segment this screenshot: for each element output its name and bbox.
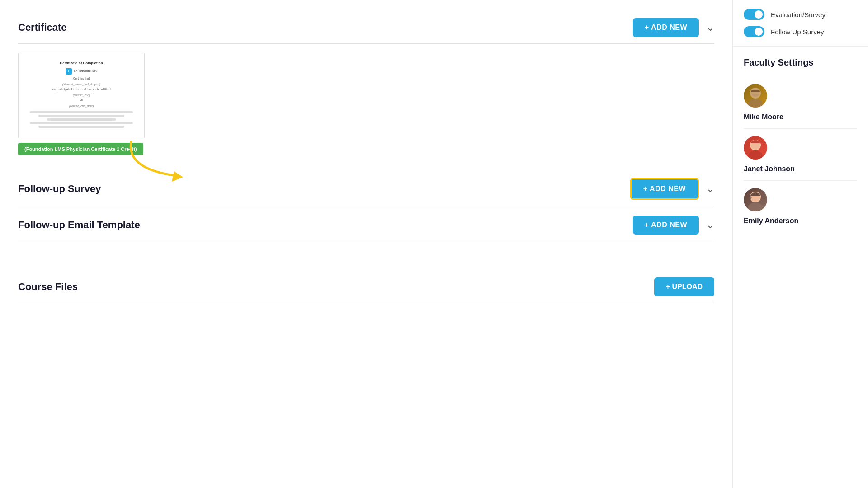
evaluation-survey-label: Evaluation/Survey xyxy=(771,11,826,19)
cert-tag: (Foundation LMS Physician Certificate 1 … xyxy=(18,143,143,155)
followup-email-header: Follow-up Email Template + ADD NEW ⌄ xyxy=(18,206,714,241)
followup-survey-slider xyxy=(744,26,764,37)
svg-point-3 xyxy=(748,99,763,108)
followup-survey-label: Follow Up Survey xyxy=(771,28,824,36)
cert-student-field: {student_name_and_degree} xyxy=(24,82,139,87)
followup-survey-section: Follow-up Survey + ADD NEW ⌄ xyxy=(18,169,714,206)
certificate-section: Certificate + ADD NEW ⌄ Certificate of C… xyxy=(18,9,714,169)
cert-date-label: on xyxy=(24,98,139,102)
evaluation-survey-toggle[interactable] xyxy=(744,9,764,20)
cert-line-4 xyxy=(30,122,133,124)
cert-line-2 xyxy=(38,115,125,117)
followup-email-chevron-icon[interactable]: ⌄ xyxy=(706,219,714,231)
followup-survey-toggle[interactable] xyxy=(744,26,764,37)
avatar-mike-moore-img xyxy=(744,84,767,108)
cert-course-date: {course_end_date} xyxy=(24,104,139,108)
followup-survey-chevron-icon[interactable]: ⌄ xyxy=(706,183,714,195)
avatar-emily-anderson-img xyxy=(744,188,767,211)
faculty-settings-title: Faculty Settings xyxy=(744,57,857,68)
evaluation-survey-toggle-row: Evaluation/Survey xyxy=(744,9,857,20)
faculty-card-janet-johnson: Janet Johnson xyxy=(744,129,857,181)
course-files-header: Course Files + UPLOAD xyxy=(18,268,714,303)
faculty-settings: Faculty Settings Mike Moore xyxy=(733,47,868,243)
avatar-emily-anderson xyxy=(744,188,767,211)
sidebar-toggles: Evaluation/Survey Follow Up Survey xyxy=(733,0,868,47)
cert-title: Certificate of Completion xyxy=(24,61,139,66)
cert-logo-box: F xyxy=(66,68,72,75)
certificate-chevron-icon[interactable]: ⌄ xyxy=(706,22,714,33)
followup-survey-title: Follow-up Survey xyxy=(18,183,101,195)
faculty-name-emily-anderson: Emily Anderson xyxy=(744,217,798,225)
followup-email-title: Follow-up Email Template xyxy=(18,219,140,231)
certificate-title: Certificate xyxy=(18,22,67,33)
followup-survey-header-right: + ADD NEW ⌄ xyxy=(630,178,714,200)
course-files-upload-button[interactable]: + UPLOAD xyxy=(654,277,714,296)
followup-email-add-new-button[interactable]: + ADD NEW xyxy=(633,216,699,235)
faculty-card-mike-moore: Mike Moore xyxy=(744,77,857,129)
svg-point-8 xyxy=(748,150,763,160)
course-files-header-right: + UPLOAD xyxy=(654,277,714,296)
cert-course-title: {course_title} xyxy=(24,93,139,98)
svg-point-12 xyxy=(748,202,763,211)
sidebar: Evaluation/Survey Follow Up Survey Facul… xyxy=(732,0,868,488)
cert-line-1 xyxy=(30,111,133,113)
main-content: Certificate + ADD NEW ⌄ Certificate of C… xyxy=(0,0,732,488)
certificate-preview: Certificate of Completion F Foundation L… xyxy=(18,53,145,138)
certificate-header: Certificate + ADD NEW ⌄ xyxy=(18,9,714,44)
certificate-content: Certificate of Completion F Foundation L… xyxy=(18,44,714,169)
svg-rect-5 xyxy=(751,90,760,92)
cert-certifies: Certifies that xyxy=(24,76,139,81)
followup-email-header-right: + ADD NEW ⌄ xyxy=(633,216,714,235)
cert-line-3 xyxy=(47,118,116,121)
spacer xyxy=(18,241,714,268)
faculty-name-janet-johnson: Janet Johnson xyxy=(744,165,795,173)
avatar-janet-johnson xyxy=(744,136,767,160)
certificate-add-new-button[interactable]: + ADD NEW xyxy=(633,18,699,37)
cert-participated: has participated in the enduring materia… xyxy=(24,87,139,92)
cert-logo: F Foundation LMS xyxy=(24,68,139,75)
cert-line-5 xyxy=(38,126,125,128)
followup-survey-toggle-row: Follow Up Survey xyxy=(744,26,857,37)
avatar-janet-johnson-img xyxy=(744,136,767,160)
cert-logo-text: Foundation LMS xyxy=(74,69,97,74)
avatar-mike-moore xyxy=(744,84,767,108)
faculty-name-mike-moore: Mike Moore xyxy=(744,113,783,121)
followup-survey-header: Follow-up Survey + ADD NEW ⌄ xyxy=(18,169,714,206)
course-files-title: Course Files xyxy=(18,281,78,293)
certificate-header-right: + ADD NEW ⌄ xyxy=(633,18,714,37)
followup-email-section: Follow-up Email Template + ADD NEW ⌄ xyxy=(18,206,714,241)
followup-survey-add-new-button[interactable]: + ADD NEW xyxy=(630,178,699,200)
course-files-section: Course Files + UPLOAD xyxy=(18,268,714,303)
evaluation-survey-slider xyxy=(744,9,764,20)
cert-lines xyxy=(24,111,139,128)
faculty-card-emily-anderson: Emily Anderson xyxy=(744,181,857,232)
